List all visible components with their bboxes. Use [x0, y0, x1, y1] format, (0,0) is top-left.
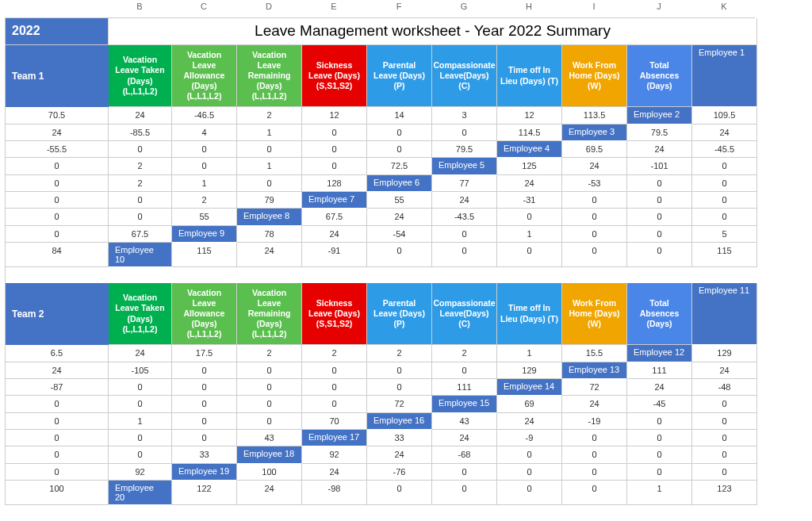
data-cell[interactable]: 0: [562, 209, 627, 225]
data-cell[interactable]: 15.5: [562, 345, 627, 362]
data-cell[interactable]: -55.5: [6, 141, 109, 158]
data-cell[interactable]: 67.5: [302, 209, 367, 225]
data-cell[interactable]: 70: [302, 413, 367, 430]
data-cell[interactable]: 0: [497, 446, 562, 463]
data-cell[interactable]: 0: [367, 362, 432, 379]
data-cell[interactable]: -76: [367, 464, 432, 481]
data-cell[interactable]: 0: [302, 396, 367, 412]
data-cell[interactable]: 14: [367, 107, 432, 124]
data-cell[interactable]: -85.5: [109, 125, 172, 141]
data-cell[interactable]: -87: [6, 379, 109, 396]
data-cell[interactable]: 0: [109, 192, 172, 209]
data-cell[interactable]: 24: [109, 345, 172, 362]
data-cell[interactable]: 5: [692, 226, 757, 243]
data-cell[interactable]: 0: [6, 413, 109, 430]
data-cell[interactable]: 0: [6, 175, 109, 192]
data-cell[interactable]: 0: [627, 209, 692, 225]
data-cell[interactable]: 0: [562, 243, 627, 267]
data-cell[interactable]: 2: [237, 345, 302, 362]
data-cell[interactable]: -43.5: [432, 209, 497, 225]
data-cell[interactable]: 0: [237, 413, 302, 430]
employee-name-cell[interactable]: Employee 12: [627, 345, 692, 362]
data-cell[interactable]: 0: [562, 192, 627, 209]
data-cell[interactable]: 2: [432, 345, 497, 362]
data-cell[interactable]: -31: [497, 192, 562, 209]
data-cell[interactable]: 0: [497, 209, 562, 225]
column-header-compassionate[interactable]: Compassionate Leave(Days) (C): [432, 45, 497, 108]
data-cell[interactable]: 0: [172, 362, 237, 379]
team-label[interactable]: Team 1: [6, 45, 109, 108]
data-cell[interactable]: 24: [302, 464, 367, 481]
data-cell[interactable]: 1: [172, 175, 237, 192]
data-cell[interactable]: 0: [432, 464, 497, 481]
data-cell[interactable]: 43: [432, 413, 497, 430]
spreadsheet-grid[interactable]: 2022Leave Management worksheet - Year 20…: [5, 17, 755, 505]
data-cell[interactable]: 12: [497, 107, 562, 124]
data-cell[interactable]: 2: [367, 345, 432, 362]
data-cell[interactable]: 1: [237, 158, 302, 174]
data-cell[interactable]: 3: [432, 107, 497, 124]
employee-name-cell[interactable]: Employee 19: [172, 464, 237, 481]
data-cell[interactable]: 1: [237, 125, 302, 141]
column-header-vac_allow[interactable]: Vacation Leave Allowance (Days) (L,L1,L2…: [172, 283, 237, 346]
data-cell[interactable]: 0: [692, 446, 757, 463]
data-cell[interactable]: 0: [6, 464, 109, 481]
employee-name-cell[interactable]: Employee 7: [302, 192, 367, 209]
data-cell[interactable]: 0: [302, 362, 367, 379]
data-cell[interactable]: 0: [627, 413, 692, 430]
data-cell[interactable]: -45.5: [692, 141, 757, 158]
data-cell[interactable]: 12: [302, 107, 367, 124]
col-letter[interactable]: B: [108, 0, 171, 13]
data-cell[interactable]: 2: [302, 345, 367, 362]
employee-name-cell[interactable]: Employee 3: [562, 125, 627, 141]
data-cell[interactable]: 2: [109, 175, 172, 192]
data-cell[interactable]: 0: [172, 430, 237, 446]
data-cell[interactable]: 129: [692, 345, 757, 362]
data-cell[interactable]: 92: [109, 464, 172, 481]
data-cell[interactable]: 0: [627, 192, 692, 209]
data-cell[interactable]: 0: [109, 141, 172, 158]
data-cell[interactable]: 24: [237, 243, 302, 267]
data-cell[interactable]: 69.5: [562, 141, 627, 158]
column-header-parental[interactable]: Parental Leave (Days) (P): [367, 283, 432, 346]
employee-name-cell[interactable]: Employee 18: [237, 446, 302, 463]
data-cell[interactable]: 0: [302, 158, 367, 174]
data-cell[interactable]: 72.5: [367, 158, 432, 174]
data-cell[interactable]: -48: [692, 379, 757, 396]
data-cell[interactable]: -101: [627, 158, 692, 174]
data-cell[interactable]: 0: [692, 175, 757, 192]
data-cell[interactable]: 24: [367, 209, 432, 225]
column-header-total[interactable]: Total Absences (Days): [627, 283, 692, 346]
data-cell[interactable]: 0: [627, 446, 692, 463]
data-cell[interactable]: 0: [6, 396, 109, 412]
team-label[interactable]: Team 2: [6, 283, 109, 346]
data-cell[interactable]: 0: [367, 243, 432, 267]
col-letter[interactable]: F: [366, 0, 431, 13]
data-cell[interactable]: 0: [692, 396, 757, 412]
data-cell[interactable]: 0: [302, 125, 367, 141]
col-letter[interactable]: C: [171, 0, 236, 13]
data-cell[interactable]: 1: [627, 481, 692, 505]
column-header-wfh[interactable]: Work From Home (Days) (W): [562, 283, 627, 346]
data-cell[interactable]: 0: [562, 226, 627, 243]
column-header-sick[interactable]: Sickness Leave (Days) (S,S1,S2): [302, 283, 367, 346]
data-cell[interactable]: 2: [172, 192, 237, 209]
data-cell[interactable]: 111: [432, 379, 497, 396]
col-letter[interactable]: G: [431, 0, 496, 13]
data-cell[interactable]: 0: [109, 446, 172, 463]
data-cell[interactable]: 111: [627, 362, 692, 379]
data-cell[interactable]: 0: [172, 413, 237, 430]
employee-name-cell[interactable]: Employee 2: [627, 107, 692, 124]
data-cell[interactable]: 78: [237, 226, 302, 243]
data-cell[interactable]: 79.5: [627, 125, 692, 141]
data-cell[interactable]: 0: [367, 481, 432, 505]
data-cell[interactable]: 0: [109, 396, 172, 412]
employee-name-cell[interactable]: Employee 11: [692, 283, 757, 346]
data-cell[interactable]: 0: [497, 481, 562, 505]
data-cell[interactable]: 0: [109, 430, 172, 446]
data-cell[interactable]: 0: [562, 430, 627, 446]
col-letter[interactable]: I: [561, 0, 626, 13]
data-cell[interactable]: -54: [367, 226, 432, 243]
data-cell[interactable]: 79.5: [432, 141, 497, 158]
data-cell[interactable]: 24: [562, 396, 627, 412]
